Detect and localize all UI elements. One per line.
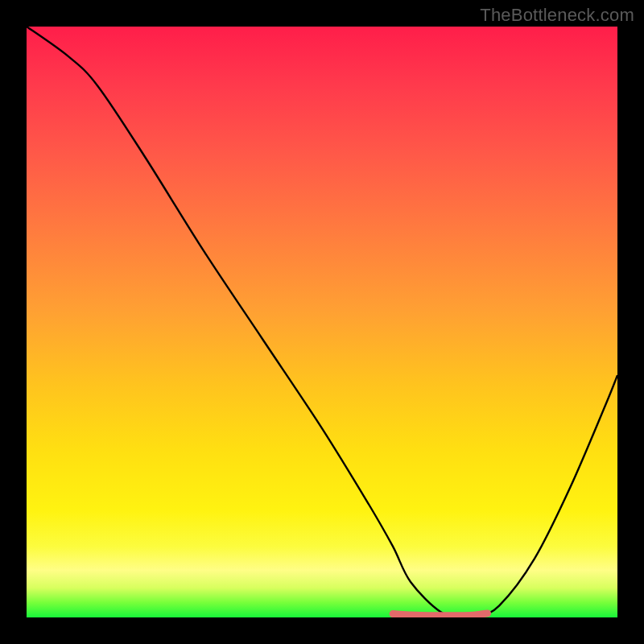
bottleneck-curve-path bbox=[27, 27, 617, 617]
chart-frame: TheBottleneck.com bbox=[0, 0, 644, 644]
watermark-text: TheBottleneck.com bbox=[480, 5, 634, 26]
optimal-segment-path bbox=[393, 613, 487, 616]
plot-area bbox=[27, 27, 617, 617]
bottleneck-curve-svg bbox=[27, 27, 617, 617]
